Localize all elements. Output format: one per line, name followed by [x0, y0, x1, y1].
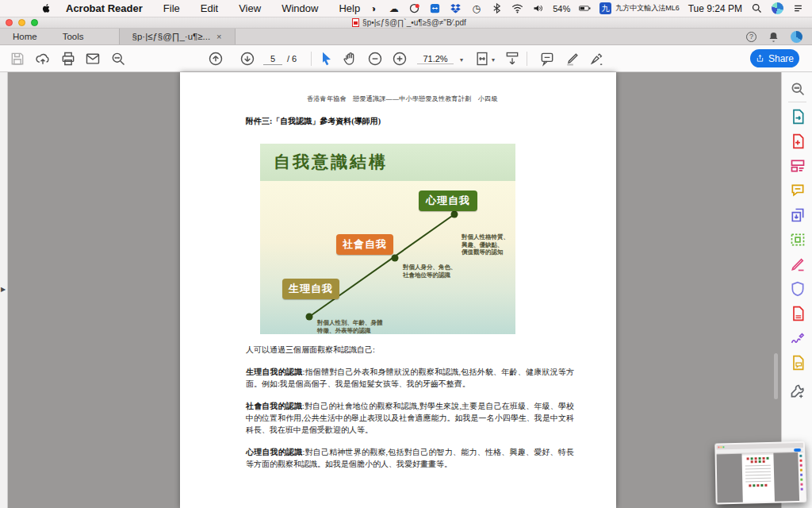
menu-status-icons: ◑ ☁ ◷ 54% 九 九方中文輸入法ML6 Tue 9:24 PM — [367, 2, 804, 14]
menu-window[interactable]: Window — [282, 2, 318, 14]
diagram-note-social: 對個人身分、角色、 社會地位等的認識 — [403, 264, 457, 279]
apple-icon[interactable] — [41, 2, 52, 14]
diagram-body: 心理自我 社會自我 生理自我 對個人性格特質、 興趣、優缺點、 價值觀等的認知 … — [260, 181, 515, 334]
fill-sign-icon[interactable] — [790, 256, 806, 272]
more-tools-icon[interactable] — [790, 383, 806, 399]
menu-clock[interactable]: Tue 9:24 PM — [688, 3, 742, 14]
input-method-icon[interactable]: 九 — [599, 2, 611, 14]
share-button-label: Share — [768, 53, 794, 64]
vertical-scrollbar[interactable] — [774, 353, 778, 399]
intro-line: 人可以通過三個層面觀察和認識自己: — [246, 344, 375, 356]
menu-help[interactable]: Help — [339, 2, 360, 14]
user-avatar[interactable] — [791, 31, 802, 43]
tab-document[interactable]: §p·|≤ƒ§@∏_·u¶≥... × — [119, 29, 236, 44]
thumbnail-close-dot — [718, 446, 719, 448]
pdf-page[interactable]: 香港青年協會 戀愛通識課——中小學戀愛及性教育計劃 小四級 附件三:「自我認識」… — [180, 72, 616, 508]
page-number-input[interactable] — [263, 52, 282, 65]
send-comments-icon[interactable] — [790, 355, 806, 371]
bluetooth-icon[interactable] — [491, 2, 503, 14]
fit-page-dropdown-icon[interactable]: ▾ — [492, 56, 495, 64]
sign-icon[interactable] — [790, 330, 806, 346]
combine-files-icon[interactable] — [790, 207, 806, 223]
bell-icon[interactable] — [768, 31, 779, 43]
paragraph-lead: 心理自我的認識 — [246, 448, 303, 456]
zoom-in-icon[interactable] — [392, 51, 408, 67]
siri-icon[interactable] — [772, 2, 783, 14]
previous-page-icon[interactable] — [208, 51, 224, 67]
help-icon[interactable]: ? — [746, 32, 756, 42]
menu-view[interactable]: View — [239, 2, 261, 14]
window-title-text: §p•|≤ƒ§@∏`_•u¶≥§@≠"B⁄.pdf — [362, 18, 466, 27]
save-icon[interactable] — [10, 51, 25, 67]
battery-icon[interactable] — [579, 2, 591, 14]
search-tools-icon[interactable] — [790, 81, 806, 97]
create-pdf-icon[interactable] — [790, 133, 806, 149]
fit-page-icon[interactable] — [474, 51, 490, 67]
moon-icon[interactable]: ◑ — [367, 2, 379, 14]
select-tool-icon[interactable] — [319, 51, 335, 67]
organize-pages-icon[interactable] — [790, 232, 806, 248]
highlight-tool-icon[interactable] — [565, 51, 580, 67]
page-width-icon[interactable] — [504, 51, 520, 67]
sidebar-divider — [788, 102, 806, 102]
cloud-upload-icon[interactable] — [35, 51, 51, 67]
paragraph-social: 社會自我的認識:對自己的社會地位的觀察和認識,對學生來說,主要是自己在班級、年級… — [246, 400, 574, 436]
browser-update-icon[interactable] — [408, 2, 420, 14]
search-icon[interactable] — [110, 51, 126, 67]
menu-bar: Acrobat Reader File Edit View Window Hel… — [0, 0, 812, 17]
notification-center-icon[interactable] — [792, 2, 804, 14]
menu-file[interactable]: File — [163, 2, 180, 14]
close-window-button[interactable] — [6, 19, 13, 26]
time-machine-icon[interactable]: ◷ — [470, 2, 482, 14]
minimize-window-button[interactable] — [18, 19, 25, 26]
comment-tool-icon[interactable] — [539, 51, 555, 67]
pdf-file-icon — [352, 18, 359, 27]
hand-tool-icon[interactable] — [343, 51, 358, 67]
paragraph-lead: 社會自我的認識 — [246, 402, 302, 410]
toolbar-divider — [311, 52, 312, 66]
teamviewer-icon[interactable] — [429, 2, 441, 14]
tab-tools[interactable]: Tools — [50, 29, 97, 44]
cloud-sync-icon[interactable]: ☁ — [388, 2, 400, 14]
sign-tool-icon[interactable] — [589, 51, 605, 67]
toolbar-divider — [527, 52, 527, 66]
input-method-label: 九方中文輸入法ML6 — [615, 3, 680, 13]
spotlight-icon[interactable] — [751, 2, 763, 14]
volume-icon[interactable] — [532, 2, 544, 14]
zoom-dropdown-icon[interactable]: ▾ — [460, 56, 463, 64]
export-pdf-icon[interactable] — [790, 109, 806, 125]
tab-close-icon[interactable]: × — [216, 32, 221, 41]
share-button[interactable]: Share — [750, 49, 799, 67]
wifi-icon[interactable] — [511, 2, 523, 14]
thumbnail-share-button — [794, 448, 801, 452]
edit-pdf-icon[interactable] — [790, 158, 806, 174]
thumbnail-page — [741, 455, 774, 504]
window-title-bar: §p•|≤ƒ§@∏`_•u¶≥§@≠"B⁄.pdf — [0, 17, 812, 29]
zoom-window-button[interactable] — [31, 19, 38, 26]
page-total-label: / 6 — [287, 54, 297, 64]
nav-pane-toggle-icon[interactable]: ▶ — [1, 286, 6, 293]
diagram-title-band: 自我意識結構 — [260, 144, 515, 181]
diagram-note-psychological: 對個人性格特質、 興趣、優缺點、 價值觀等的認知 — [462, 233, 509, 256]
thumbnail-sidebar — [798, 452, 805, 502]
comment-icon[interactable] — [790, 183, 806, 198]
page-title: 附件三:「自我認識」參考資料(導師用) — [246, 116, 381, 127]
next-page-icon[interactable] — [239, 51, 255, 67]
diagram-title: 自我意識結構 — [274, 151, 388, 173]
tab-home[interactable]: Home — [0, 29, 50, 44]
print-icon[interactable] — [60, 51, 76, 67]
diagram-node-physiological: 生理自我 — [282, 279, 339, 299]
window-preview-thumbnail[interactable] — [714, 441, 806, 505]
page-running-header: 香港青年協會 戀愛通識課——中小學戀愛及性教育計劃 小四級 — [307, 94, 570, 103]
dropbox-icon[interactable] — [450, 2, 462, 14]
menu-app-name[interactable]: Acrobat Reader — [66, 2, 143, 14]
zoom-out-icon[interactable] — [367, 51, 383, 67]
diagram-node-psychological: 心理自我 — [419, 190, 477, 211]
menu-edit[interactable]: Edit — [201, 2, 218, 14]
protect-icon[interactable] — [790, 281, 806, 297]
email-icon[interactable] — [85, 51, 101, 67]
tab-bar-right: ? — [746, 29, 802, 44]
thumbnail-left-gutter — [717, 454, 743, 505]
compress-pdf-icon[interactable] — [790, 306, 806, 321]
zoom-level-value[interactable]: 71.2% — [417, 54, 454, 64]
